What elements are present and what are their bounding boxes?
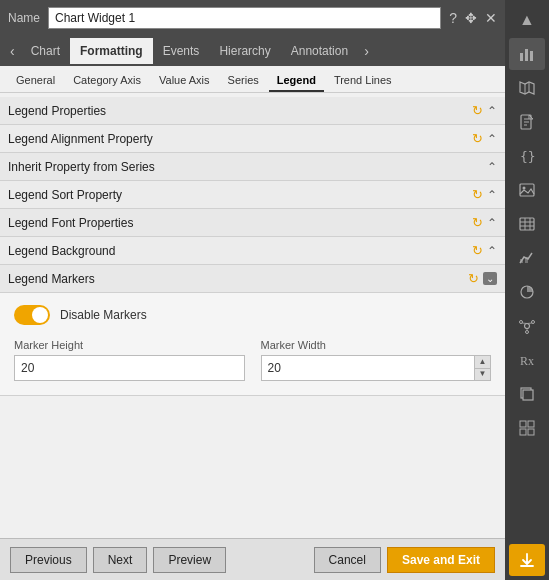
chevron-icon-legend-alignment[interactable]: ⌃	[487, 132, 497, 146]
header: Name ? ✥ ✕	[0, 0, 505, 36]
subtab-category-axis[interactable]: Category Axis	[65, 70, 149, 92]
content-area: Legend Properties ↻ ⌃ Legend Alignment P…	[0, 93, 505, 538]
prop-row-legend-properties[interactable]: Legend Properties ↻ ⌃	[0, 97, 505, 125]
svg-rect-19	[525, 257, 528, 263]
marker-width-label: Marker Width	[261, 339, 492, 351]
chevron-icon-legend-background[interactable]: ⌃	[487, 244, 497, 258]
prop-actions-legend-markers: ↻ ⌄	[468, 271, 497, 286]
prop-label-legend-alignment: Legend Alignment Property	[8, 132, 153, 146]
svg-rect-13	[520, 218, 534, 230]
sidebar-icon-network[interactable]	[509, 310, 545, 342]
previous-button[interactable]: Previous	[10, 547, 87, 573]
prop-row-legend-sort[interactable]: Legend Sort Property ↻ ⌃	[0, 181, 505, 209]
sidebar-icon-image[interactable]	[509, 174, 545, 206]
marker-height-label: Marker Height	[14, 339, 245, 351]
spinner-down-button[interactable]: ▼	[475, 369, 490, 381]
chevron-icon-legend-font[interactable]: ⌃	[487, 216, 497, 230]
sidebar-icon-download[interactable]	[509, 544, 545, 576]
tab-prev-arrow[interactable]: ‹	[4, 43, 21, 59]
sidebar-icon-layers[interactable]	[509, 378, 545, 410]
prop-actions-legend-properties: ↻ ⌃	[472, 103, 497, 118]
prop-actions-inherit-property: ⌃	[487, 160, 497, 174]
widget-name-input[interactable]	[48, 7, 441, 29]
svg-text:{}: {}	[520, 149, 536, 164]
sidebar-icon-grid[interactable]	[509, 412, 545, 444]
svg-point-21	[525, 324, 530, 329]
tab-hierarchy[interactable]: Hierarchy	[209, 38, 280, 64]
sidebar-icon-doc[interactable]	[509, 106, 545, 138]
sidebar-icon-brackets[interactable]: {}	[509, 140, 545, 172]
help-icon[interactable]: ?	[449, 10, 457, 26]
svg-rect-32	[528, 421, 534, 427]
name-label: Name	[8, 11, 40, 25]
prop-actions-legend-font: ↻ ⌃	[472, 215, 497, 230]
svg-rect-30	[523, 390, 533, 400]
prop-label-inherit-property: Inherit Property from Series	[8, 160, 155, 174]
svg-rect-34	[528, 429, 534, 435]
refresh-icon-legend-properties[interactable]: ↻	[472, 103, 483, 118]
header-icons: ? ✥ ✕	[449, 10, 497, 26]
next-button[interactable]: Next	[93, 547, 148, 573]
svg-rect-1	[525, 49, 528, 61]
sidebar-icon-table[interactable]	[509, 208, 545, 240]
chevron-down-icon-legend-markers[interactable]: ⌄	[483, 272, 497, 285]
subtab-series[interactable]: Series	[220, 70, 267, 92]
subtab-general[interactable]: General	[8, 70, 63, 92]
prop-actions-legend-background: ↻ ⌃	[472, 243, 497, 258]
marker-width-spinner: ▲ ▼	[261, 355, 492, 381]
refresh-icon-legend-background[interactable]: ↻	[472, 243, 483, 258]
sidebar-icon-bar-alt[interactable]	[509, 242, 545, 274]
subtab-legend[interactable]: Legend	[269, 70, 324, 92]
prop-label-legend-properties: Legend Properties	[8, 104, 106, 118]
refresh-icon-legend-sort[interactable]: ↻	[472, 187, 483, 202]
prop-row-legend-background[interactable]: Legend Background ↻ ⌃	[0, 237, 505, 265]
marker-width-input[interactable]	[262, 356, 475, 380]
marker-width-group: Marker Width ▲ ▼	[261, 339, 492, 381]
sidebar-icon-rx[interactable]: Rx	[509, 344, 545, 376]
disable-markers-toggle[interactable]	[14, 305, 50, 325]
prop-row-legend-font[interactable]: Legend Font Properties ↻ ⌃	[0, 209, 505, 237]
prop-row-inherit-property[interactable]: Inherit Property from Series ⌃	[0, 153, 505, 181]
subtabs-row: General Category Axis Value Axis Series …	[0, 66, 505, 93]
svg-rect-33	[520, 429, 526, 435]
sidebar-icon-circle-chart[interactable]	[509, 276, 545, 308]
svg-point-24	[526, 331, 529, 334]
footer: Previous Next Preview Cancel Save and Ex…	[0, 538, 505, 580]
prop-label-legend-sort: Legend Sort Property	[8, 188, 122, 202]
cancel-button[interactable]: Cancel	[314, 547, 381, 573]
preview-button[interactable]: Preview	[153, 547, 226, 573]
toggle-row: Disable Markers	[14, 305, 491, 325]
prop-label-legend-font: Legend Font Properties	[8, 216, 133, 230]
prop-actions-legend-sort: ↻ ⌃	[472, 187, 497, 202]
legend-markers-expanded: Disable Markers Marker Height Marker Wid…	[0, 293, 505, 396]
chevron-icon-inherit-property[interactable]: ⌃	[487, 160, 497, 174]
chevron-icon-legend-properties[interactable]: ⌃	[487, 104, 497, 118]
refresh-icon-legend-alignment[interactable]: ↻	[472, 131, 483, 146]
subtab-value-axis[interactable]: Value Axis	[151, 70, 218, 92]
subtab-trend-lines[interactable]: Trend Lines	[326, 70, 400, 92]
spinner-up-button[interactable]: ▲	[475, 356, 490, 369]
close-icon[interactable]: ✕	[485, 10, 497, 26]
refresh-icon-legend-font[interactable]: ↻	[472, 215, 483, 230]
tab-annotation[interactable]: Annotation	[281, 38, 358, 64]
tab-formatting[interactable]: Formatting	[70, 38, 153, 64]
prop-actions-legend-alignment: ↻ ⌃	[472, 131, 497, 146]
chevron-icon-legend-sort[interactable]: ⌃	[487, 188, 497, 202]
marker-height-group: Marker Height	[14, 339, 245, 381]
svg-line-26	[527, 323, 532, 324]
sidebar-icon-map[interactable]	[509, 72, 545, 104]
svg-rect-18	[520, 259, 523, 263]
sidebar-icon-arrow-up[interactable]: ▲	[509, 4, 545, 36]
save-exit-button[interactable]: Save and Exit	[387, 547, 495, 573]
right-sidebar: ▲ {}	[505, 0, 549, 580]
refresh-icon-legend-markers[interactable]: ↻	[468, 271, 479, 286]
tab-events[interactable]: Events	[153, 38, 210, 64]
marker-height-input[interactable]	[14, 355, 245, 381]
prop-row-legend-markers[interactable]: Legend Markers ↻ ⌄	[0, 265, 505, 293]
tab-chart[interactable]: Chart	[21, 38, 70, 64]
tab-next-arrow[interactable]: ›	[358, 43, 375, 59]
move-icon[interactable]: ✥	[465, 10, 477, 26]
prop-row-legend-alignment[interactable]: Legend Alignment Property ↻ ⌃	[0, 125, 505, 153]
svg-marker-3	[520, 82, 534, 94]
sidebar-icon-bar-chart[interactable]	[509, 38, 545, 70]
